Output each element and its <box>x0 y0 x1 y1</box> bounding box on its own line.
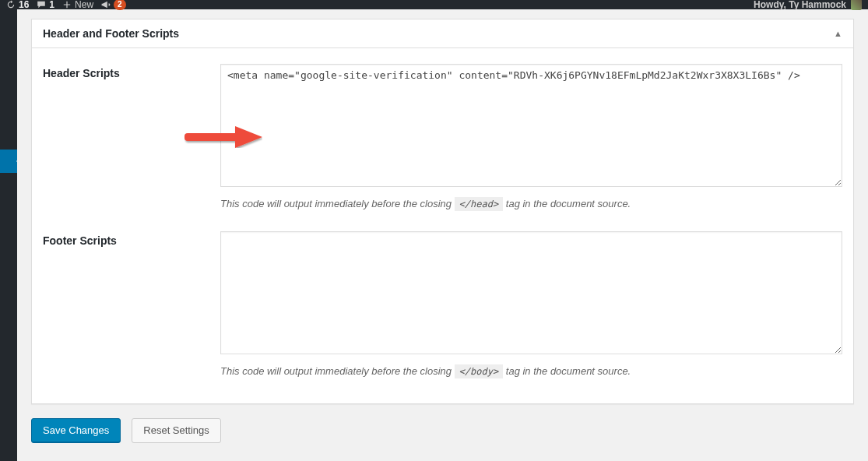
collapse-toggle-icon[interactable]: ▲ <box>834 29 842 38</box>
header-scripts-textarea[interactable] <box>220 64 842 187</box>
megaphone-icon <box>101 0 111 9</box>
panel-header[interactable]: Header and Footer Scripts ▲ <box>32 19 853 48</box>
admin-bar: 16 1 New 2 Howdy, Ty Hammock <box>0 0 868 9</box>
body-tag-code: </body> <box>455 364 504 378</box>
active-menu-item[interactable] <box>0 150 17 173</box>
comment-icon <box>37 0 46 9</box>
panel-title: Header and Footer Scripts <box>43 27 179 40</box>
plus-icon <box>62 0 72 9</box>
action-buttons: Save Changes Reset Settings <box>31 418 854 443</box>
footer-scripts-description: This code will output immediately before… <box>220 365 842 377</box>
header-scripts-field: This code will output immediately before… <box>220 64 842 209</box>
scripts-panel: Header and Footer Scripts ▲ Header Scrip… <box>31 19 854 404</box>
panel-body: Header Scripts This code will output imm… <box>32 48 853 403</box>
main-content: Header and Footer Scripts ▲ Header Scrip… <box>17 9 868 461</box>
admin-menu[interactable] <box>0 9 17 461</box>
reset-settings-button[interactable]: Reset Settings <box>132 418 221 443</box>
refresh-icon <box>6 0 16 9</box>
header-scripts-description: This code will output immediately before… <box>220 198 842 209</box>
save-changes-button[interactable]: Save Changes <box>31 418 121 443</box>
header-scripts-row: Header Scripts This code will output imm… <box>43 64 842 209</box>
footer-scripts-field: This code will output immediately before… <box>220 231 842 377</box>
footer-scripts-label: Footer Scripts <box>43 231 206 377</box>
footer-scripts-textarea[interactable] <box>220 231 842 354</box>
header-scripts-label: Header Scripts <box>43 64 206 209</box>
head-tag-code: </head> <box>455 197 504 211</box>
footer-scripts-row: Footer Scripts This code will output imm… <box>43 231 842 377</box>
